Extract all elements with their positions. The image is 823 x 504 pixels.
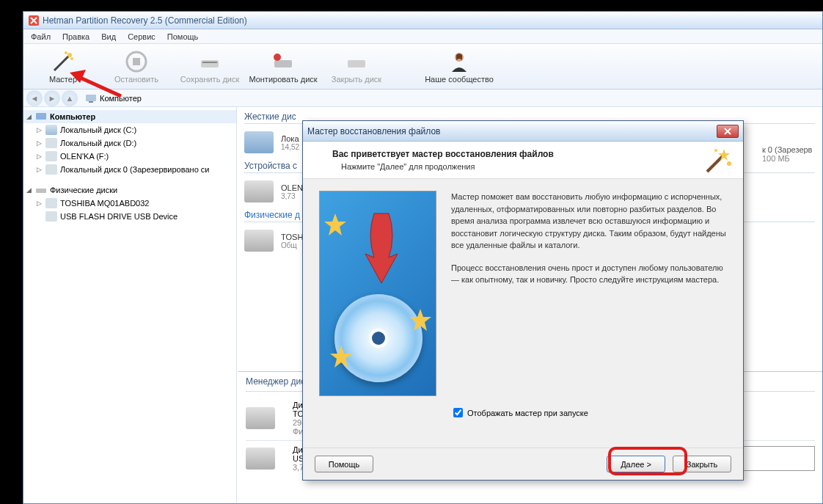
star-icon — [409, 309, 431, 331]
help-button[interactable]: Помощь — [315, 456, 373, 472]
stop-label: Остановить — [114, 75, 158, 84]
save-disk-label: Сохранить диск — [180, 75, 240, 84]
wizard-footer: Помощь Далее > Закрыть — [303, 448, 743, 480]
wizard-subheading: Нажмите "Далее" для продолжения — [341, 162, 703, 171]
menu-edit[interactable]: Правка — [56, 31, 95, 43]
tree-item-reserved[interactable]: ▷Локальный диск 0 (Зарезервировано си — [23, 163, 236, 176]
expand-icon[interactable]: ▷ — [37, 200, 44, 207]
svg-point-17 — [714, 149, 717, 152]
menu-service[interactable]: Сервис — [122, 31, 161, 43]
wizard-header: Вас приветствует мастер восстановления ф… — [303, 142, 743, 179]
expand-icon[interactable]: ▷ — [37, 166, 44, 173]
main-titlebar: Hetman Partition Recovery 2.5 (Commercia… — [23, 12, 822, 29]
wizard-heading: Вас приветствует мастер восстановления ф… — [332, 149, 703, 159]
svg-rect-5 — [133, 58, 140, 65]
svg-rect-10 — [348, 60, 365, 67]
wizard-para2: Процесс восстановления очень прост и дос… — [451, 262, 727, 286]
tree-item-f[interactable]: ▷OLEN'KA (F:) — [23, 150, 236, 163]
disk-icon — [45, 198, 57, 208]
expand-icon[interactable]: ◢ — [26, 186, 34, 194]
wizard-button[interactable]: Мастер — [26, 45, 100, 88]
tree-item-label: USB FLASH DRIVE USB Device — [60, 212, 178, 221]
device-name: TOSH — [281, 233, 303, 241]
title-text: Hetman Partition Recovery 2.5 (Commercia… — [43, 15, 247, 26]
tree-item-label: OLEN'KA (F:) — [60, 152, 109, 161]
drive-icon — [45, 164, 57, 175]
mount-disk-button[interactable]: Монтировать диск — [246, 45, 320, 88]
close-button[interactable] — [717, 125, 739, 138]
mount-disk-icon — [271, 50, 295, 73]
wizard-label: Мастер — [49, 75, 77, 84]
disk-icon — [45, 211, 57, 222]
svg-rect-13 — [89, 101, 93, 103]
svg-rect-14 — [36, 113, 46, 120]
svg-rect-15 — [36, 189, 46, 193]
save-disk-icon — [198, 50, 222, 73]
expand-icon[interactable]: ▷ — [37, 153, 44, 160]
svg-rect-7 — [202, 62, 217, 63]
community-label: Наше сообщество — [425, 75, 494, 84]
wizard-checkbox-row: Отображать мастер при запуске — [303, 408, 743, 417]
hdd-icon — [244, 131, 274, 153]
disk-icon — [35, 185, 47, 195]
menubar: Файл Правка Вид Сервис Помощь — [23, 29, 822, 44]
menu-view[interactable]: Вид — [95, 31, 122, 43]
nav-back-button[interactable]: ◄ — [26, 90, 43, 106]
drive-icon — [45, 151, 57, 161]
nav-up-button[interactable]: ▲ — [62, 90, 78, 106]
menu-help[interactable]: Помощь — [161, 31, 205, 43]
right-line2: 100 МБ — [762, 154, 821, 163]
mount-disk-label: Монтировать диск — [249, 75, 317, 84]
svg-rect-12 — [86, 95, 96, 101]
tree-phys-header[interactable]: ◢Физические диски — [23, 183, 236, 197]
svg-point-2 — [70, 57, 73, 60]
disk-icon — [244, 230, 274, 252]
wizard-titlebar[interactable]: Мастер восстановления файлов — [303, 121, 743, 142]
tree-phys-1[interactable]: USB FLASH DRIVE USB Device — [23, 210, 236, 223]
right-line1: к 0 (Зарезерв — [762, 145, 821, 154]
wizard-title: Мастер восстановления файлов — [307, 126, 717, 136]
stop-button[interactable]: Остановить — [100, 45, 173, 88]
wizard-dialog: Мастер восстановления файлов Вас приветс… — [302, 120, 744, 481]
wizard-text: Мастер поможет вам восстановить любую ин… — [451, 191, 727, 396]
save-disk-button[interactable]: Сохранить диск — [173, 45, 246, 88]
close-button[interactable]: Закрыть — [673, 456, 731, 472]
device-size: 3,73 — [281, 192, 303, 200]
drive-icon — [45, 138, 57, 148]
computer-icon — [85, 93, 97, 103]
next-button[interactable]: Далее > — [607, 456, 665, 472]
tree-item-label: TOSHIBA MQ01ABD032 — [60, 199, 149, 208]
tree-item-label: Локальный диск 0 (Зарезервировано си — [60, 165, 209, 174]
close-disk-icon — [345, 50, 368, 73]
device-name: OLEN — [281, 183, 303, 192]
community-button[interactable]: Наше сообщество — [423, 45, 496, 88]
expand-icon[interactable]: ▷ — [37, 139, 44, 147]
close-disk-label: Закрыть диск — [332, 75, 381, 84]
expand-icon[interactable]: ▷ — [37, 126, 44, 134]
right-panel: к 0 (Зарезерв 100 МБ — [762, 145, 821, 163]
tree-root[interactable]: ◢ Компьютер — [23, 110, 236, 123]
tree-item-d[interactable]: ▷Локальный диск (D:) — [23, 136, 236, 150]
stop-icon — [125, 50, 148, 73]
drive-icon — [45, 125, 57, 135]
wand-icon — [51, 50, 75, 73]
wizard-image — [319, 191, 436, 396]
tree-root-label: Компьютер — [50, 112, 95, 121]
toolbar: Мастер Остановить Сохранить диск Монтиро… — [23, 44, 822, 90]
show-on-startup-checkbox[interactable] — [453, 408, 463, 417]
arrow-down-icon — [359, 206, 403, 287]
expand-icon[interactable]: ◢ — [26, 113, 34, 120]
tree-item-c[interactable]: ▷Локальный диск (C:) — [23, 123, 236, 136]
tree-item-label: Локальный диск (C:) — [60, 125, 136, 134]
nav-location[interactable]: Компьютер — [85, 93, 142, 103]
device-name: Лока — [281, 134, 299, 143]
menu-file[interactable]: Файл — [25, 31, 56, 43]
svg-rect-8 — [274, 60, 292, 67]
close-disk-button[interactable]: Закрыть диск — [320, 45, 393, 88]
sidebar: ◢ Компьютер ▷Локальный диск (C:) ▷Локаль… — [23, 107, 237, 503]
tree-phys-0[interactable]: ▷TOSHIBA MQ01ABD032 — [23, 197, 236, 210]
wand-icon — [703, 146, 733, 175]
svg-point-3 — [65, 51, 67, 54]
wizard-para1: Мастер поможет вам восстановить любую ин… — [451, 191, 727, 252]
nav-fwd-button[interactable]: ► — [44, 90, 60, 106]
